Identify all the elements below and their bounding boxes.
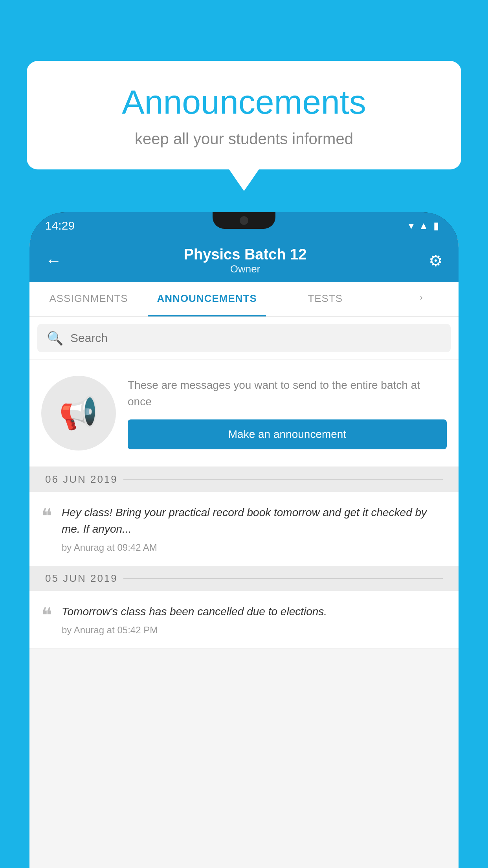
tabs-bar: ASSIGNMENTS ANNOUNCEMENTS TESTS › bbox=[29, 282, 459, 317]
settings-icon[interactable]: ⚙ bbox=[429, 252, 443, 270]
announcement-author-1: by Anurag at 09:42 AM bbox=[62, 542, 447, 553]
date-line-2 bbox=[123, 578, 443, 579]
announcement-message-2: Tomorrow's class has been cancelled due … bbox=[62, 603, 447, 620]
tab-more[interactable]: › bbox=[384, 282, 459, 316]
speech-bubble-section: Announcements keep all your students inf… bbox=[27, 61, 461, 191]
search-box[interactable]: 🔍 bbox=[37, 324, 451, 352]
speech-bubble-card: Announcements keep all your students inf… bbox=[27, 61, 461, 169]
speech-bubble-subtitle: keep all your students informed bbox=[50, 130, 438, 148]
search-container: 🔍 bbox=[29, 317, 459, 359]
date-label-1: 06 JUN 2019 bbox=[45, 473, 118, 485]
make-announcement-button[interactable]: Make an announcement bbox=[128, 419, 447, 449]
date-separator-2: 05 JUN 2019 bbox=[29, 566, 459, 591]
app-bar-subtitle: Owner bbox=[184, 263, 307, 275]
speech-bubble-tail bbox=[229, 169, 259, 191]
tab-assignments[interactable]: ASSIGNMENTS bbox=[29, 282, 148, 316]
announcement-text-group-2: Tomorrow's class has been cancelled due … bbox=[62, 603, 447, 636]
promo-icon-circle: 📢 bbox=[41, 376, 116, 451]
app-bar: ← Physics Batch 12 Owner ⚙ bbox=[29, 239, 459, 282]
promo-description: These are messages you want to send to t… bbox=[128, 377, 447, 410]
phone-notch bbox=[213, 212, 275, 229]
quote-icon-2: ❝ bbox=[41, 605, 52, 625]
megaphone-icon: 📢 bbox=[59, 395, 98, 432]
phone-frame: 14:29 ▾ ▲ ▮ ← Physics Batch 12 Owner ⚙ A… bbox=[29, 212, 459, 868]
quote-icon-1: ❝ bbox=[41, 506, 52, 526]
status-time: 14:29 bbox=[45, 219, 75, 232]
announcement-item-1[interactable]: ❝ Hey class! Bring your practical record… bbox=[29, 492, 459, 566]
main-scroll-area[interactable]: 🔍 📢 These are messages you want to send … bbox=[29, 317, 459, 868]
promo-right: These are messages you want to send to t… bbox=[128, 377, 447, 449]
search-input[interactable] bbox=[70, 331, 441, 345]
tab-tests[interactable]: TESTS bbox=[266, 282, 384, 316]
date-separator-1: 06 JUN 2019 bbox=[29, 467, 459, 492]
promo-card: 📢 These are messages you want to send to… bbox=[29, 360, 459, 466]
tab-announcements[interactable]: ANNOUNCEMENTS bbox=[148, 282, 266, 316]
camera-dot bbox=[240, 216, 248, 225]
date-line-1 bbox=[123, 479, 443, 480]
search-icon: 🔍 bbox=[47, 330, 63, 346]
announcement-item-2[interactable]: ❝ Tomorrow's class has been cancelled du… bbox=[29, 591, 459, 649]
wifi-icon: ▾ bbox=[409, 220, 414, 232]
announcement-message-1: Hey class! Bring your practical record b… bbox=[62, 504, 447, 537]
app-bar-title-group: Physics Batch 12 Owner bbox=[184, 246, 307, 275]
status-icons: ▾ ▲ ▮ bbox=[409, 220, 439, 232]
battery-icon: ▮ bbox=[433, 220, 439, 232]
signal-icon: ▲ bbox=[418, 220, 429, 232]
announcement-author-2: by Anurag at 05:42 PM bbox=[62, 625, 447, 636]
app-bar-title: Physics Batch 12 bbox=[184, 246, 307, 263]
announcement-text-group-1: Hey class! Bring your practical record b… bbox=[62, 504, 447, 553]
speech-bubble-title: Announcements bbox=[50, 83, 438, 121]
back-button[interactable]: ← bbox=[45, 251, 62, 270]
app-content: ← Physics Batch 12 Owner ⚙ ASSIGNMENTS A… bbox=[29, 239, 459, 868]
date-label-2: 05 JUN 2019 bbox=[45, 572, 118, 585]
